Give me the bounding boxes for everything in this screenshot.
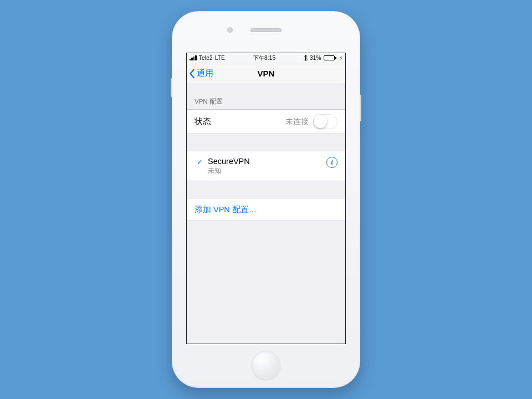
add-config-group: 添加 VPN 配置… xyxy=(187,198,345,221)
info-icon: i xyxy=(326,157,337,168)
status-bar: Tele2 LTE 下午8:15 31% ⚡︎ xyxy=(187,53,345,63)
speaker-grill xyxy=(250,28,282,32)
page-title: VPN xyxy=(258,69,275,78)
vpn-info-button[interactable]: i xyxy=(326,157,337,168)
network-label: LTE xyxy=(215,55,225,61)
charging-icon: ⚡︎ xyxy=(339,55,342,61)
vpn-item[interactable]: ✓ SecureVPN 未知 i xyxy=(187,151,345,181)
battery-icon xyxy=(324,55,336,60)
settings-content[interactable]: VPN 配置 状态 未连接 ✓ SecureVPN 未知 xyxy=(187,84,345,344)
back-button[interactable]: 通用 xyxy=(189,63,213,84)
status-label: 状态 xyxy=(195,116,211,127)
add-vpn-config-label: 添加 VPN 配置… xyxy=(195,204,257,215)
bluetooth-icon xyxy=(304,55,308,61)
status-group: 状态 未连接 xyxy=(187,109,345,134)
phone-frame: Tele2 LTE 下午8:15 31% ⚡︎ xyxy=(172,11,360,388)
status-row: 状态 未连接 xyxy=(187,110,345,134)
vpn-item-subtitle: 未知 xyxy=(208,167,250,175)
battery-pct-label: 31% xyxy=(310,55,321,61)
nav-bar: 通用 VPN xyxy=(187,63,345,84)
status-right: 31% ⚡︎ xyxy=(304,55,342,61)
section-header-vpn-config: VPN 配置 xyxy=(187,84,345,109)
home-button[interactable] xyxy=(252,351,280,380)
phone-earpiece xyxy=(172,27,360,33)
clock-label: 下午8:15 xyxy=(253,54,276,62)
check-icon: ✓ xyxy=(195,157,204,166)
vpn-toggle[interactable] xyxy=(313,114,337,129)
vpn-item-text: SecureVPN 未知 xyxy=(208,157,250,175)
vpn-list-group: ✓ SecureVPN 未知 i xyxy=(187,151,345,181)
carrier-label: Tele2 xyxy=(199,55,213,61)
device-screen: Tele2 LTE 下午8:15 31% ⚡︎ xyxy=(186,53,346,344)
add-vpn-config-button[interactable]: 添加 VPN 配置… xyxy=(187,198,345,221)
status-value: 未连接 xyxy=(285,117,309,127)
vpn-item-name: SecureVPN xyxy=(208,157,250,166)
signal-bars-icon xyxy=(190,55,197,60)
status-left: Tele2 LTE xyxy=(190,55,225,61)
front-camera xyxy=(227,27,233,33)
back-label: 通用 xyxy=(197,68,213,79)
chevron-left-icon xyxy=(189,69,196,79)
